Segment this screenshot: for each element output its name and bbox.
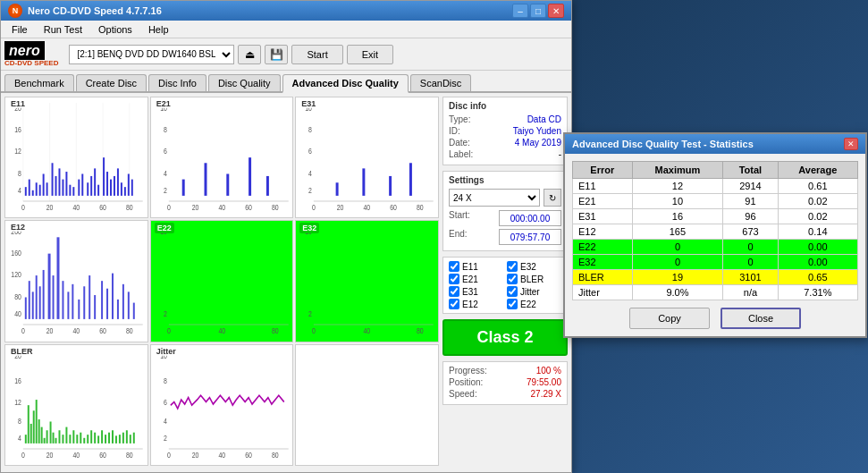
svg-rect-30 (78, 180, 80, 196)
checkbox-jitter[interactable]: Jitter (507, 286, 561, 297)
copy-button[interactable]: Copy (629, 308, 710, 329)
svg-text:0: 0 (21, 451, 25, 460)
end-time-row: End: (449, 229, 561, 245)
stats-cell-error: E12 (573, 224, 633, 240)
checkbox-bler[interactable]: BLER (507, 274, 561, 284)
svg-rect-99 (62, 281, 63, 319)
tab-bar: Benchmark Create Disc Disc Info Disc Qua… (1, 71, 571, 93)
svg-text:80: 80 (417, 326, 424, 335)
disc-info-section: Disc info Type: Data CD ID: Taiyo Yuden … (442, 97, 568, 165)
menu-run-test[interactable]: Run Test (37, 22, 89, 37)
svg-text:2: 2 (164, 187, 167, 196)
stats-content: Error Maximum Total Average E111229140.6… (565, 154, 865, 336)
stats-cell-total: 96 (723, 209, 778, 224)
chart-e11: E11 20 16 12 8 4 0 20 (4, 97, 148, 218)
checkbox-e12[interactable]: E12 (449, 299, 503, 309)
minimize-button[interactable]: – (512, 4, 528, 18)
svg-rect-44 (131, 180, 133, 196)
svg-rect-139 (25, 435, 27, 443)
svg-text:40: 40 (72, 451, 80, 460)
start-time-input[interactable] (499, 210, 561, 226)
close-dialog-button[interactable]: Close (721, 308, 801, 329)
tab-disc-quality[interactable]: Disc Quality (208, 74, 281, 91)
stats-table: Error Maximum Total Average E111229140.6… (572, 161, 858, 300)
svg-rect-144 (38, 419, 40, 443)
tab-advanced-disc-quality[interactable]: Advanced Disc Quality (282, 74, 409, 93)
svg-rect-41 (121, 182, 122, 196)
checkbox-e21[interactable]: E21 (449, 274, 503, 284)
drive-select[interactable]: [2:1] BENQ DVD DD DW1640 BSLB (69, 45, 234, 64)
stats-dialog: Advanced Disc Quality Test - Statistics … (563, 132, 867, 338)
tab-scan-disc[interactable]: ScanDisc (410, 74, 471, 91)
checkbox-e32[interactable]: E32 (507, 261, 561, 272)
tab-disc-info[interactable]: Disc Info (148, 74, 206, 91)
svg-rect-154 (69, 435, 71, 443)
svg-rect-140 (28, 405, 29, 443)
maximize-button[interactable]: □ (530, 4, 546, 18)
svg-rect-157 (80, 432, 81, 443)
svg-rect-42 (124, 187, 126, 196)
svg-text:40: 40 (364, 203, 371, 212)
stats-cell-error: E21 (573, 194, 633, 209)
stats-cell-total: 2914 (723, 179, 778, 194)
stats-cell-average: 7.31% (778, 285, 857, 300)
svg-text:60: 60 (245, 451, 252, 460)
eject-icon-button[interactable]: ⏏ (238, 45, 261, 64)
svg-rect-19 (36, 182, 38, 196)
svg-text:20: 20 (46, 326, 54, 335)
stats-dialog-close-button[interactable]: ✕ (844, 138, 858, 150)
speed-refresh-button[interactable]: ↻ (544, 189, 561, 207)
checkbox-e31[interactable]: E31 (449, 286, 503, 297)
svg-text:80: 80 (126, 451, 133, 460)
svg-rect-79 (5, 221, 147, 341)
checkbox-e11[interactable]: E11 (449, 261, 503, 272)
svg-rect-160 (90, 430, 92, 443)
svg-rect-148 (50, 421, 52, 443)
stats-cell-maximum: 9.0% (632, 285, 723, 300)
svg-text:2: 2 (164, 310, 167, 319)
start-button[interactable]: Start (291, 45, 342, 64)
app-icon: N (8, 4, 22, 18)
disc-label-label: Label: (449, 149, 473, 159)
stats-cell-average: 0.02 (778, 209, 857, 224)
svg-rect-46 (151, 97, 293, 217)
svg-text:0: 0 (167, 451, 171, 460)
svg-rect-21 (43, 173, 45, 195)
window-close-button[interactable]: ✕ (548, 4, 564, 18)
end-time-input[interactable] (499, 229, 561, 245)
svg-rect-28 (69, 185, 71, 196)
svg-text:40: 40 (364, 326, 371, 335)
chart-label-e31: E31 (299, 99, 317, 108)
speed-select[interactable]: 24 X (449, 189, 540, 207)
col-average: Average (778, 162, 857, 179)
stats-cell-average: 0.00 (778, 240, 857, 255)
logo-area: nero CD-DVD SPEED (4, 41, 58, 68)
menu-help[interactable]: Help (141, 22, 176, 37)
svg-text:8: 8 (308, 125, 312, 134)
svg-rect-74 (336, 182, 339, 196)
menu-file[interactable]: File (4, 22, 35, 37)
main-window: N Nero CD-DVD Speed 4.7.7.16 – □ ✕ File … (0, 0, 572, 473)
svg-text:80: 80 (126, 326, 133, 335)
save-icon-button[interactable]: 💾 (265, 45, 288, 64)
stats-cell-total: 3101 (723, 270, 778, 285)
svg-text:80: 80 (14, 293, 21, 302)
svg-rect-168 (119, 435, 121, 443)
stats-cell-maximum: 16 (632, 209, 723, 224)
menu-options[interactable]: Options (91, 22, 139, 37)
svg-rect-33 (90, 176, 92, 196)
position-row: Position: 79:55.00 (449, 377, 561, 387)
tab-benchmark[interactable]: Benchmark (4, 74, 74, 91)
svg-rect-171 (130, 435, 131, 443)
svg-rect-107 (106, 289, 108, 319)
disc-id-label: ID: (449, 126, 460, 136)
svg-rect-16 (25, 187, 27, 196)
checkbox-e22[interactable]: E22 (507, 299, 561, 309)
chart-label-e11: E11 (9, 99, 27, 108)
svg-rect-75 (363, 168, 366, 196)
exit-button[interactable]: Exit (347, 45, 393, 64)
chart-label-jitter: Jitter (155, 347, 178, 356)
svg-rect-167 (115, 435, 117, 443)
tab-create-disc[interactable]: Create Disc (76, 74, 147, 91)
stats-cell-maximum: 19 (632, 270, 723, 285)
